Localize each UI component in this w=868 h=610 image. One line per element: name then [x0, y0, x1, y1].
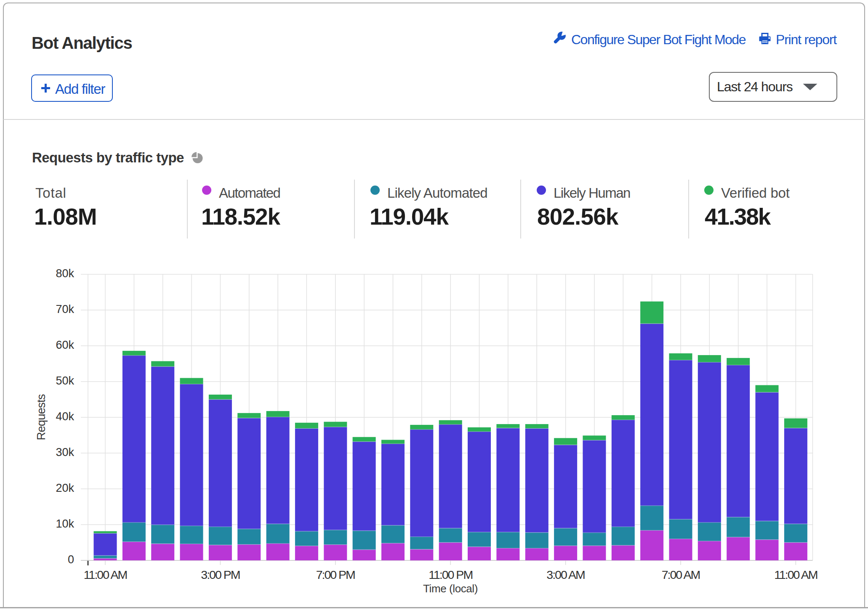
svg-text:7:00 PM: 7:00 PM — [316, 568, 355, 581]
svg-text:30k: 30k — [56, 446, 74, 459]
svg-text:20k: 20k — [56, 482, 74, 494]
svg-text:3:00 PM: 3:00 PM — [201, 568, 240, 581]
svg-text:11:00 AM: 11:00 AM — [84, 568, 127, 581]
svg-text:0: 0 — [68, 553, 74, 566]
svg-text:11:00 AM: 11:00 AM — [774, 568, 817, 581]
svg-text:80k: 80k — [56, 267, 74, 280]
svg-text:3:00 AM: 3:00 AM — [546, 568, 585, 581]
svg-text:60k: 60k — [56, 339, 74, 351]
svg-text:50k: 50k — [56, 374, 74, 387]
svg-text:Requests: Requests — [35, 394, 48, 440]
svg-text:70k: 70k — [56, 303, 74, 316]
svg-text:40k: 40k — [56, 410, 74, 423]
svg-text:Time (local): Time (local) — [423, 582, 478, 595]
svg-text:7:00 AM: 7:00 AM — [662, 568, 700, 581]
svg-text:10k: 10k — [56, 517, 74, 530]
svg-text:11:00 PM: 11:00 PM — [429, 568, 472, 581]
